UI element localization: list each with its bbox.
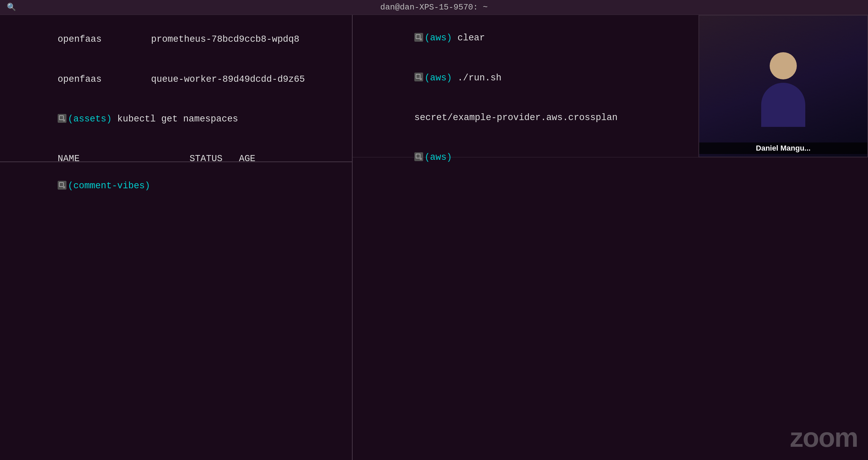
prompt-line: (comment-vibes) — [3, 166, 349, 206]
person-silhouette — [760, 52, 807, 120]
terminal-output-top: openfaas prometheus-78bcd9ccb8-wpdq8 0/1… — [0, 18, 352, 162]
left-top-section: openfaas prometheus-78bcd9ccb8-wpdq8 0/1… — [0, 16, 352, 162]
terminal-output-bottom: (comment-vibes) — [0, 164, 352, 208]
person-name-label: Daniel Mangu... — [699, 142, 867, 154]
terminal-icon — [414, 73, 423, 81]
titlebar: 🔍 dan@dan-XPS-15-9570: ~ — [0, 0, 868, 15]
window-title: dan@dan-XPS-15-9570: ~ — [380, 3, 488, 12]
zoom-watermark: zoom — [790, 422, 858, 453]
left-terminal-pane: openfaas prometheus-78bcd9ccb8-wpdq8 0/1… — [0, 15, 353, 460]
left-bottom-section: (comment-vibes) — [0, 162, 352, 459]
video-panel: Daniel Mangu... — [698, 15, 868, 157]
prompt-line: (assets) kubectl get namespaces — [3, 99, 349, 139]
terminal-icon — [58, 181, 66, 190]
table-row: openfaas queue-worker-89d49dcdd-d9z65 0/… — [3, 59, 349, 99]
terminal-icon — [414, 152, 423, 161]
table-header: NAME STATUS AGE — [3, 139, 349, 162]
table-row: openfaas prometheus-78bcd9ccb8-wpdq8 0/1… — [3, 20, 349, 59]
search-icon: 🔍 — [7, 3, 16, 12]
person-body — [761, 83, 805, 127]
terminal-icon — [58, 114, 66, 123]
terminal-icon — [414, 33, 423, 42]
person-head — [770, 52, 797, 79]
video-avatar — [699, 16, 867, 157]
